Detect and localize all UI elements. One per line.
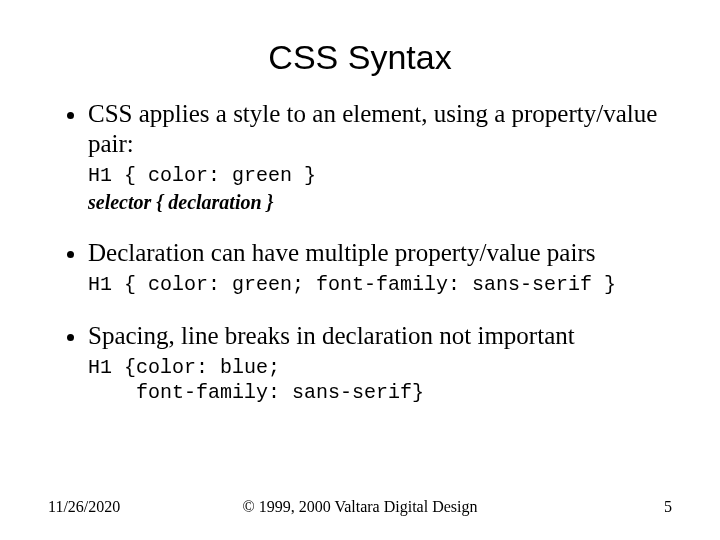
bullet-1-text: CSS applies a style to an element, using… (88, 100, 657, 157)
bullet-list: CSS applies a style to an element, using… (48, 99, 672, 405)
slide: CSS Syntax CSS applies a style to an ele… (0, 0, 720, 540)
bullet-3-text: Spacing, line breaks in declaration not … (88, 322, 575, 349)
slide-footer: 11/26/2020 © 1999, 2000 Valtara Digital … (48, 498, 672, 516)
bullet-1-code: H1 { color: green } (88, 163, 672, 188)
bullet-2: Declaration can have multiple property/v… (88, 238, 672, 297)
footer-page-number: 5 (664, 498, 672, 516)
bullet-2-text: Declaration can have multiple property/v… (88, 239, 595, 266)
bullet-3-code: H1 {color: blue; font-family: sans-serif… (88, 355, 672, 405)
bullet-3: Spacing, line breaks in declaration not … (88, 321, 672, 405)
bullet-1: CSS applies a style to an element, using… (88, 99, 672, 214)
footer-date: 11/26/2020 (48, 498, 120, 516)
footer-copyright: © 1999, 2000 Valtara Digital Design (48, 498, 672, 516)
slide-title: CSS Syntax (48, 38, 672, 77)
bullet-1-annotation: selector { declaration } (88, 190, 672, 214)
bullet-2-code: H1 { color: green; font-family: sans-ser… (88, 272, 672, 297)
